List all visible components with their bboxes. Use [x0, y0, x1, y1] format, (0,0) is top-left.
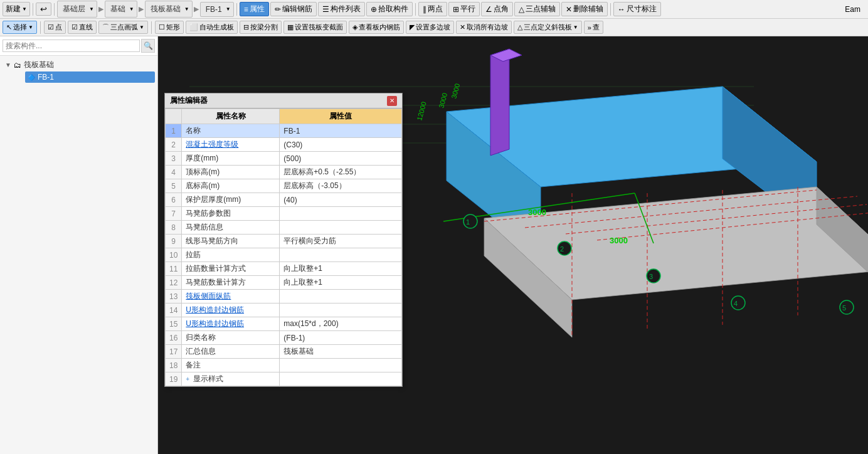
set-slope-btn[interactable]: ◤ 设置多边坡	[406, 21, 454, 34]
three-pts-btn[interactable]: △ 三点辅轴	[514, 2, 560, 16]
member-list-btn[interactable]: ☰ 构件列表	[318, 2, 365, 16]
point-label: 点	[55, 23, 62, 32]
prop-value-cell[interactable]: 层底标高（-3.05）	[280, 179, 402, 193]
prop-name-cell[interactable]: U形构造封边钢筋	[182, 304, 280, 317]
prop-name-text: 马凳筋参数图	[186, 209, 231, 218]
prop-value-cell[interactable]	[280, 372, 402, 386]
cancel-edges-btn[interactable]: ✕ 取消所有边坡	[456, 21, 512, 34]
layer-dropdown[interactable]: 基础层 ▼	[57, 1, 97, 18]
prop-name-cell[interactable]: U形构造封边钢筋	[182, 317, 280, 331]
dim-btn[interactable]: ↔ 尺寸标注	[613, 2, 661, 16]
table-row[interactable]: 10拉筋	[166, 248, 402, 262]
prop-value-cell[interactable]: (500)	[280, 152, 402, 166]
prop-value-cell[interactable]: 平行横向受力筋	[280, 235, 402, 248]
two-pts-btn[interactable]: ∥ 两点	[418, 2, 447, 16]
table-row[interactable]: 12马凳筋数量计算方向上取整+1	[166, 276, 402, 290]
corner-btn[interactable]: ∠ 点角	[481, 2, 513, 16]
prop-value-cell[interactable]	[280, 359, 402, 372]
prop-value-cell[interactable]: (C30)	[280, 138, 402, 152]
category-label: 基础	[108, 3, 128, 16]
prop-name-cell: 保护层厚度(mm)	[182, 193, 280, 207]
type-dropdown[interactable]: 筏板基础 ▼	[145, 1, 193, 18]
table-row[interactable]: 4顶标高(m)层底标高+0.5（-2.55）	[166, 166, 402, 179]
table-row[interactable]: 9线形马凳筋方向平行横向受力筋	[166, 235, 402, 248]
edit-rebar-btn[interactable]: ✏ 编辑钢筋	[270, 2, 317, 16]
table-row[interactable]: 15U形构造封边钢筋max(15*d，200)	[166, 317, 402, 331]
prop-value-cell[interactable]: 层底标高+0.5（-2.55）	[280, 166, 402, 179]
table-row[interactable]: 13筏板侧面纵筋	[166, 290, 402, 304]
table-row[interactable]: 6保护层厚度(mm)(40)	[166, 193, 402, 207]
prop-value-cell[interactable]: (FB-1)	[280, 331, 402, 345]
member-label: FB-1	[203, 4, 225, 15]
prop-value-cell[interactable]: (40)	[280, 193, 402, 207]
prop-value-cell[interactable]	[280, 207, 402, 221]
property-editor-header[interactable]: 属性编辑器 ✕	[165, 93, 402, 108]
tree-root[interactable]: ▼ 🗂 筏板基础	[3, 58, 155, 71]
category-dropdown[interactable]: 基础 ▼	[105, 1, 137, 18]
prop-name-cell: 马凳筋数量计算方	[182, 276, 280, 290]
line-btn[interactable]: ☑ 直线	[68, 21, 97, 34]
table-row[interactable]: 3厚度(mm)(500)	[166, 152, 402, 166]
member-dropdown[interactable]: FB-1 ▼	[200, 2, 234, 17]
prop-value-cell[interactable]	[280, 290, 402, 304]
set-section-label: 设置筏板变截面	[295, 23, 343, 32]
prop-name-text: 底标高(m)	[186, 181, 220, 190]
table-row[interactable]: 16归类名称(FB-1)	[166, 331, 402, 345]
row-expand-icon[interactable]: +	[186, 376, 191, 383]
table-row[interactable]: 8马凳筋信息	[166, 221, 402, 235]
split-btn[interactable]: ⊟ 按梁分割	[240, 21, 282, 34]
prop-value-cell[interactable]: 向上取整+1	[280, 262, 402, 276]
prop-value-cell[interactable]: 向上取整+1	[280, 276, 402, 290]
prop-value-cell[interactable]: max(15*d，200)	[280, 317, 402, 331]
set-section-btn[interactable]: ▦ 设置筏板变截面	[283, 21, 347, 34]
select-btn[interactable]: ↖ 选择 ▼	[3, 21, 37, 34]
arc-btn[interactable]: ⌒ 三点画弧 ▼	[98, 21, 148, 34]
layer-arrow: ▼	[89, 6, 94, 12]
table-row[interactable]: 19+ 显示样式	[166, 372, 402, 386]
row-number: 19	[166, 372, 182, 386]
prop-value-cell[interactable]	[280, 221, 402, 235]
prop-value-cell[interactable]	[280, 248, 402, 262]
new-dropdown[interactable]: 新建 ▼	[3, 2, 30, 16]
pick-member-btn[interactable]: ⊕ 拾取构件	[366, 2, 413, 16]
tb2-sep1	[40, 21, 41, 34]
auto-gen-btn[interactable]: ⬜ 自动生成板	[186, 21, 238, 34]
table-row[interactable]: 7马凳筋参数图	[166, 207, 402, 221]
prop-name-text: 拉筋	[186, 250, 201, 259]
search-input[interactable]	[3, 40, 140, 52]
prop-name-text: 归类名称	[186, 333, 216, 342]
table-row[interactable]: 2混凝土强度等级(C30)	[166, 138, 402, 152]
prop-name-cell: 拉筋	[182, 248, 280, 262]
prop-name-cell[interactable]: 混凝土强度等级	[182, 138, 280, 152]
parallel-btn[interactable]: ⊞ 平行	[448, 2, 480, 16]
table-row[interactable]: 17汇总信息筏板基础	[166, 345, 402, 359]
three-pt-slope-label: 三点定义斜筏板	[524, 23, 572, 32]
prop-value-cell[interactable]	[280, 304, 402, 317]
rect-checkbox[interactable]: ☐ 矩形	[155, 21, 184, 34]
three-pts-label: 三点辅轴	[526, 4, 556, 14]
table-row[interactable]: 5底标高(m)层底标高（-3.05）	[166, 179, 402, 193]
three-pt-slope-btn[interactable]: △ 三点定义斜筏板 ▼	[514, 21, 582, 34]
tree-child-fb1[interactable]: 🔷 FB-1	[25, 71, 155, 83]
view-rebar-btn[interactable]: ◈ 查看板内钢筋	[349, 21, 404, 34]
table-row[interactable]: 18备注	[166, 359, 402, 372]
table-row[interactable]: 11拉筋数量计算方式向上取整+1	[166, 262, 402, 276]
point-btn[interactable]: ☑ 点	[44, 21, 66, 34]
undo-btn[interactable]: ↩	[36, 3, 51, 16]
property-editor: 属性编辑器 ✕ 属性名称 属性值 1名称FB-12混凝土强度等级(C30)3厚度…	[164, 93, 403, 387]
prop-name-cell[interactable]: 筏板侧面纵筋	[182, 290, 280, 304]
search-button[interactable]: 🔍	[141, 39, 155, 53]
property-editor-close-btn[interactable]: ✕	[387, 96, 397, 106]
prop-name-text: U形构造封边钢筋	[186, 305, 244, 314]
prop-name-text: 混凝土强度等级	[186, 140, 238, 149]
more-icon: »	[588, 24, 591, 31]
prop-value-cell[interactable]: FB-1	[280, 124, 402, 138]
del-axis-btn[interactable]: ✕ 删除辅轴	[561, 2, 608, 16]
table-row[interactable]: 14U形构造封边钢筋	[166, 304, 402, 317]
more-btn[interactable]: » 查	[584, 21, 603, 34]
prop-name-cell: 马凳筋信息	[182, 221, 280, 235]
prop-value-cell[interactable]: 筏板基础	[280, 345, 402, 359]
attr-btn[interactable]: ≡ 属性	[240, 2, 269, 16]
row-number: 12	[166, 276, 182, 290]
table-row[interactable]: 1名称FB-1	[166, 124, 402, 138]
